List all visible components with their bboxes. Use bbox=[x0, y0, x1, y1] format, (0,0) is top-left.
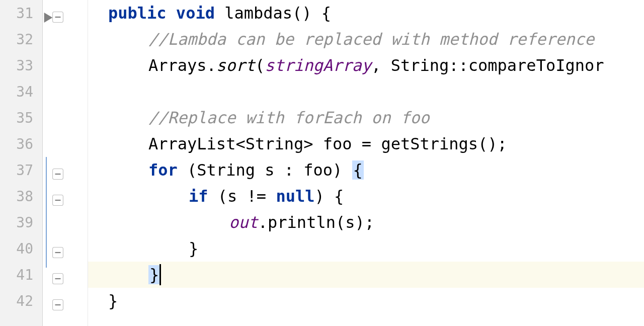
code-token: ) { bbox=[314, 187, 344, 206]
code-token: .println(s); bbox=[258, 213, 374, 232]
code-line[interactable]: out.println(s); bbox=[88, 209, 644, 235]
line-number: 31 bbox=[0, 0, 42, 26]
indent-margin bbox=[73, 0, 88, 326]
code-token bbox=[167, 4, 176, 23]
line-number: 42 bbox=[0, 288, 42, 314]
fold-gutter-cell bbox=[43, 288, 73, 314]
line-number: 35 bbox=[0, 105, 42, 131]
fold-gutter-cell bbox=[43, 262, 73, 288]
text-cursor bbox=[159, 264, 161, 285]
code-token: if bbox=[189, 187, 208, 206]
code-line[interactable]: } bbox=[88, 288, 644, 314]
code-token: , String::compareToIgnor bbox=[371, 56, 604, 75]
line-number-gutter: 313233343536373839404142 bbox=[0, 0, 43, 326]
run-gutter-icon[interactable] bbox=[44, 8, 53, 27]
fold-gutter-cell bbox=[43, 157, 73, 183]
code-line[interactable]: for (String s : foo) { bbox=[88, 157, 644, 183]
line-number: 41 bbox=[0, 262, 42, 288]
fold-gutter-cell bbox=[43, 131, 73, 157]
fold-collapse-icon[interactable] bbox=[52, 165, 63, 176]
fold-gutter-cell bbox=[43, 26, 73, 52]
line-number: 32 bbox=[0, 26, 42, 52]
code-token: ( bbox=[255, 56, 265, 75]
line-number: 33 bbox=[0, 52, 42, 78]
code-token: //Lambda can be replaced with method ref… bbox=[148, 30, 594, 49]
code-token: stringArray bbox=[265, 56, 371, 75]
code-area[interactable]: public void lambdas() {//Lambda can be r… bbox=[88, 0, 644, 326]
fold-gutter-cell bbox=[43, 235, 73, 262]
code-line[interactable]: public void lambdas() { bbox=[88, 0, 644, 26]
fold-gutter[interactable] bbox=[43, 0, 73, 326]
code-line[interactable]: //Lambda can be replaced with method ref… bbox=[88, 26, 644, 52]
code-line[interactable]: if (s != null) { bbox=[88, 183, 644, 209]
fold-gutter-cell bbox=[43, 0, 73, 26]
code-token: ArrayList<String> foo = getStrings(); bbox=[148, 134, 507, 153]
code-token: sort bbox=[216, 56, 255, 75]
fold-gutter-cell bbox=[43, 105, 73, 131]
fold-collapse-icon[interactable] bbox=[52, 8, 63, 19]
svg-marker-0 bbox=[44, 13, 53, 23]
code-token: null bbox=[276, 187, 314, 206]
code-line[interactable]: Arrays.sort(stringArray, String::compare… bbox=[88, 52, 644, 78]
code-line[interactable]: //Replace with forEach on foo bbox=[88, 105, 644, 131]
code-token: lambdas() { bbox=[215, 4, 331, 23]
code-line[interactable]: ArrayList<String> foo = getStrings(); bbox=[88, 131, 644, 157]
code-token: } bbox=[108, 291, 118, 310]
line-number: 40 bbox=[0, 235, 42, 262]
code-token: void bbox=[176, 4, 215, 23]
fold-gutter-cell bbox=[43, 183, 73, 209]
fold-collapse-icon[interactable] bbox=[52, 191, 63, 202]
code-token: out bbox=[229, 213, 258, 232]
fold-gutter-cell bbox=[43, 209, 73, 235]
fold-end-icon[interactable] bbox=[52, 243, 63, 254]
line-number: 39 bbox=[0, 209, 42, 235]
code-line[interactable]: } bbox=[88, 235, 644, 262]
line-number: 38 bbox=[0, 183, 42, 209]
code-token: } bbox=[148, 265, 160, 284]
fold-gutter-cell bbox=[43, 52, 73, 78]
line-number: 34 bbox=[0, 78, 42, 105]
code-token: } bbox=[189, 239, 198, 258]
fold-end-icon[interactable] bbox=[52, 269, 63, 280]
line-number: 36 bbox=[0, 131, 42, 157]
code-line[interactable]: } bbox=[88, 262, 644, 288]
code-token: for bbox=[148, 160, 178, 180]
code-token: Arrays. bbox=[148, 56, 216, 75]
fold-end-icon[interactable] bbox=[52, 295, 63, 306]
line-number: 37 bbox=[0, 157, 42, 183]
code-token: //Replace with forEach on foo bbox=[148, 108, 430, 127]
code-token: { bbox=[352, 160, 364, 180]
code-token: (s != bbox=[208, 187, 276, 206]
code-editor[interactable]: 313233343536373839404142 public void lam… bbox=[0, 0, 644, 326]
fold-gutter-cell bbox=[43, 78, 73, 105]
code-token: (String s : foo) bbox=[178, 160, 352, 180]
code-token: public bbox=[108, 4, 167, 23]
code-line[interactable] bbox=[88, 78, 644, 105]
